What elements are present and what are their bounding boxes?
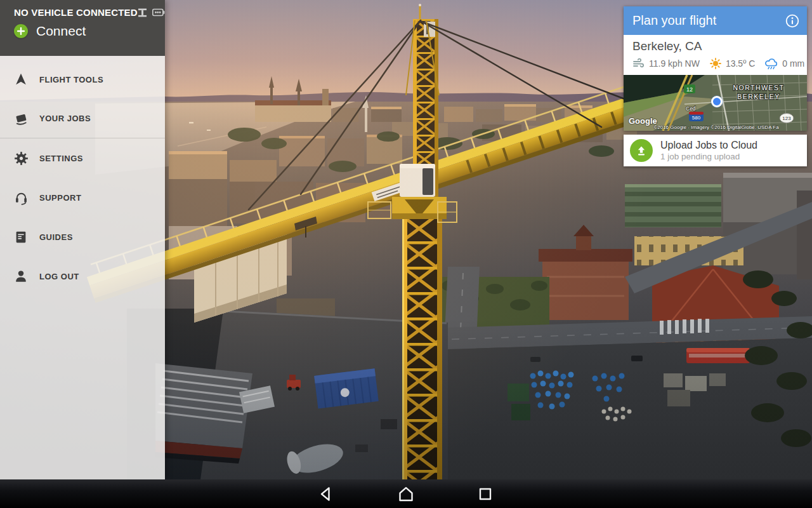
person-icon xyxy=(13,269,29,284)
location-map[interactable]: NORTHWEST BERKELEY Ced 12 580 123 Google xyxy=(624,75,807,131)
upload-card-subtitle: 1 job pending upload xyxy=(660,152,757,163)
flight-panel-title: Plan your flight xyxy=(632,13,716,28)
route-123-badge: 123 xyxy=(780,114,794,123)
flight-panel-header: Plan your flight xyxy=(624,6,807,35)
info-button[interactable] xyxy=(785,13,800,29)
sidebar: NO VEHICLE CONNECTED xyxy=(0,0,165,479)
sidebar-item-your-jobs[interactable]: YOUR JOBS xyxy=(0,99,165,138)
svg-text:580: 580 xyxy=(692,115,701,121)
add-icon xyxy=(14,24,28,38)
sidebar-item-flight-tools[interactable]: FLIGHT TOOLS xyxy=(0,60,165,99)
app-screen: NO VEHICLE CONNECTED xyxy=(0,0,812,508)
recents-button[interactable] xyxy=(470,479,501,508)
home-button[interactable] xyxy=(391,479,421,508)
temperature-cell: 13.5º C xyxy=(709,57,755,70)
home-icon xyxy=(396,485,416,504)
sidebar-item-label: GUIDES xyxy=(39,232,73,242)
upload-card-title: Upload Jobs to Cloud xyxy=(660,139,757,152)
android-navigation-bar xyxy=(0,479,812,508)
navigation-arrow-icon xyxy=(13,72,29,87)
weather-summary: Berkeley, CA 11.9 kph NW xyxy=(624,35,807,75)
route-12-badge: 12 xyxy=(684,84,695,93)
google-logo: Google xyxy=(629,116,657,126)
vehicle-gimbal-icon xyxy=(138,8,147,17)
connect-label: Connect xyxy=(36,23,86,39)
location-dot xyxy=(712,97,722,107)
sidebar-item-label: FLIGHT TOOLS xyxy=(39,75,103,84)
svg-text:12: 12 xyxy=(686,86,693,93)
back-triangle-icon xyxy=(317,485,336,504)
sun-icon xyxy=(709,57,722,70)
map-attribution: ©2016 Google - Imagery ©2016 DigitalGlob… xyxy=(653,124,779,130)
gear-icon xyxy=(13,150,29,166)
sidebar-item-label: SUPPORT xyxy=(39,193,81,203)
rain-cloud-icon xyxy=(764,57,778,70)
vehicle-status-header: NO VEHICLE CONNECTED xyxy=(0,0,165,56)
wind-icon xyxy=(632,57,645,70)
guide-book-icon xyxy=(13,229,29,244)
map-area-label-line2: BERKELEY xyxy=(737,93,780,100)
sidebar-item-label: YOUR JOBS xyxy=(39,114,91,123)
vehicle-status-text: NO VEHICLE CONNECTED xyxy=(14,7,138,18)
info-icon xyxy=(785,13,800,29)
sidebar-item-label: LOG OUT xyxy=(39,272,79,281)
wind-value: 11.9 kph NW xyxy=(649,58,700,69)
route-580-badge: 580 xyxy=(689,112,704,121)
plan-your-flight-panel: Plan your flight Berkeley, CA xyxy=(624,6,807,131)
sidebar-item-support[interactable]: SUPPORT xyxy=(0,178,165,217)
sidebar-item-settings[interactable]: SETTINGS xyxy=(0,138,165,178)
sidebar-item-log-out[interactable]: LOG OUT xyxy=(0,257,165,296)
recents-square-icon xyxy=(476,485,495,504)
map-area-label-line1: NORTHWEST xyxy=(733,84,785,91)
sidebar-item-guides[interactable]: GUIDES xyxy=(0,217,165,257)
controller-battery-icon xyxy=(152,8,165,17)
precipitation-cell: 0 mm xyxy=(764,57,804,70)
temperature-value: 13.5º C xyxy=(726,58,755,69)
jobs-cards-icon xyxy=(13,111,29,126)
sidebar-menu: FLIGHT TOOLS YOUR JOBS xyxy=(0,56,165,296)
svg-text:123: 123 xyxy=(782,116,791,121)
precipitation-value: 0 mm xyxy=(782,58,804,69)
connect-button[interactable]: Connect xyxy=(14,23,156,39)
headset-icon xyxy=(13,190,29,205)
wind-cell: 11.9 kph NW xyxy=(632,57,700,70)
upload-cloud-icon xyxy=(630,139,653,162)
location-label: Berkeley, CA xyxy=(632,39,798,53)
upload-jobs-card[interactable]: Upload Jobs to Cloud 1 job pending uploa… xyxy=(624,135,807,166)
back-button[interactable] xyxy=(311,479,341,508)
sidebar-item-label: SETTINGS xyxy=(39,154,83,163)
map-street-label: Ced xyxy=(686,105,696,112)
